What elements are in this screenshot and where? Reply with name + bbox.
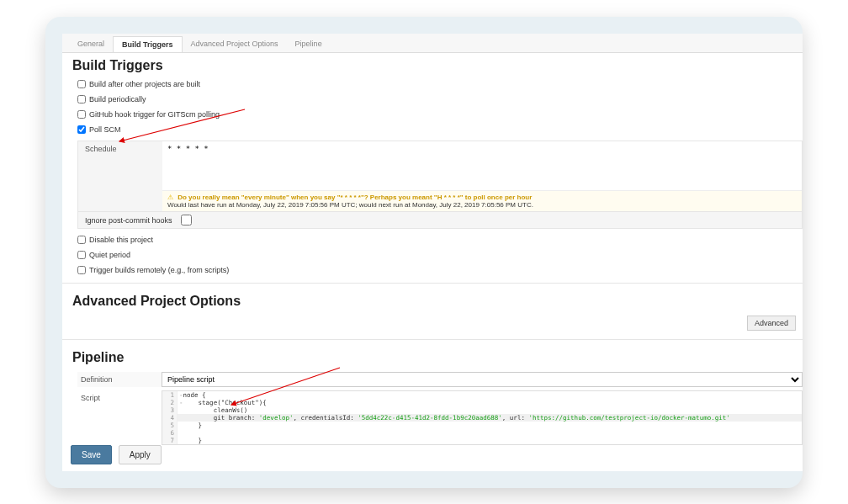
apply-button[interactable]: Apply — [119, 445, 162, 464]
schedule-block: Schedule ⚠ Do you really mean "every min… — [77, 141, 803, 212]
warning-text: Do you really mean "every minute" when y… — [178, 194, 532, 201]
ignore-post-commit-label: Ignore post-commit hooks — [85, 216, 172, 225]
quiet-period-checkbox[interactable] — [77, 251, 86, 259]
schedule-textarea[interactable] — [162, 141, 802, 188]
github-hook-label: GitHub hook trigger for GITScm polling — [89, 109, 220, 120]
config-tabs: General Build Triggers Advanced Project … — [62, 34, 803, 53]
tab-general[interactable]: General — [69, 36, 113, 52]
build-after-checkbox[interactable] — [77, 80, 86, 88]
ignore-post-commit-checkbox[interactable] — [181, 215, 192, 225]
warning-last-run: Would last have run at Monday, July 22, … — [167, 201, 533, 209]
github-hook-checkbox[interactable] — [77, 110, 86, 119]
definition-label: Definition — [77, 372, 162, 387]
save-button[interactable]: Save — [71, 445, 112, 464]
jenkins-config-page: General Build Triggers Advanced Project … — [62, 34, 803, 471]
warning-icon: ⚠ — [167, 194, 173, 201]
tab-advanced-options[interactable]: Advanced Project Options — [183, 36, 287, 52]
build-periodically-checkbox[interactable] — [77, 95, 86, 103]
tab-build-triggers[interactable]: Build Triggers — [113, 36, 183, 52]
buttons-bar: Save Apply — [71, 445, 162, 464]
disable-project-label: Disable this project — [89, 234, 153, 246]
tab-pipeline[interactable]: Pipeline — [287, 36, 331, 52]
browser-frame: General Build Triggers Advanced Project … — [45, 17, 803, 488]
advanced-title: Advanced Project Options — [62, 289, 803, 312]
build-periodically-label: Build periodically — [89, 93, 146, 105]
script-editor[interactable]: 1-node {2- stage("Checkout"){3 cleanWs()… — [162, 390, 803, 445]
build-triggers-title: Build Triggers — [62, 53, 803, 77]
pipeline-title: Pipeline — [62, 345, 803, 369]
advanced-button[interactable]: Advanced — [747, 316, 796, 331]
ignore-post-commit-row: Ignore post-commit hooks — [77, 212, 803, 229]
disable-project-checkbox[interactable] — [77, 236, 86, 244]
trigger-remote-checkbox[interactable] — [77, 266, 86, 274]
quiet-period-label: Quiet period — [89, 249, 130, 261]
trigger-remote-label: Trigger builds remotely (e.g., from scri… — [89, 264, 229, 276]
definition-select[interactable]: Pipeline script — [162, 372, 803, 387]
schedule-label: Schedule — [78, 141, 162, 211]
script-label: Script — [77, 390, 162, 445]
build-after-label: Build after other projects are built — [89, 78, 200, 90]
poll-scm-checkbox[interactable] — [77, 125, 86, 134]
schedule-warning: ⚠ Do you really mean "every minute" when… — [162, 190, 802, 211]
poll-scm-label: Poll SCM — [89, 124, 121, 135]
